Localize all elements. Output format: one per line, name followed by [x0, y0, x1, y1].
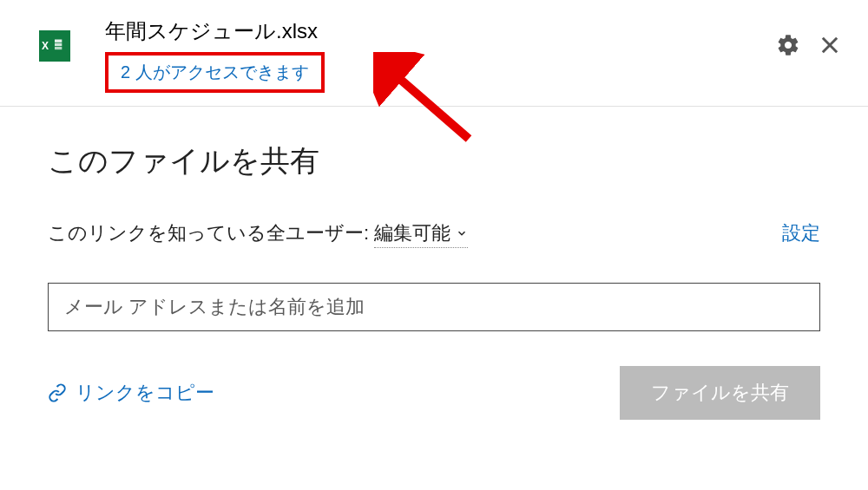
share-button[interactable]: ファイルを共有	[620, 366, 820, 420]
link-permission-text: このリンクを知っている全ユーザー: 編集可能	[48, 220, 468, 248]
excel-file-icon: X	[39, 30, 70, 62]
link-text-prefix: このリンクを知っている全ユーザー:	[48, 222, 374, 244]
permission-label: 編集可能	[374, 220, 450, 246]
access-link[interactable]: 2 人がアクセスできます	[105, 52, 325, 93]
link-chain-icon	[48, 383, 67, 402]
copy-link-label: リンクをコピー	[76, 380, 214, 406]
svg-rect-2	[55, 47, 62, 49]
svg-rect-1	[55, 43, 62, 46]
svg-rect-0	[55, 40, 62, 42]
close-icon[interactable]	[818, 33, 842, 61]
link-permission-row: このリンクを知っている全ユーザー: 編集可能 設定	[48, 220, 820, 248]
excel-icon-letter: X	[42, 40, 49, 52]
email-input[interactable]	[48, 283, 820, 331]
settings-link[interactable]: 設定	[782, 220, 820, 246]
permission-dropdown[interactable]: 編集可能	[374, 220, 468, 248]
file-info: 年間スケジュール.xlsx 2 人がアクセスできます	[105, 17, 776, 93]
header: X 年間スケジュール.xlsx 2 人がアクセスできます	[0, 0, 868, 107]
content: このファイルを共有 このリンクを知っている全ユーザー: 編集可能 設定 リンクを…	[0, 107, 868, 446]
bottom-row: リンクをコピー ファイルを共有	[48, 366, 820, 420]
share-title: このファイルを共有	[48, 141, 820, 181]
gear-icon[interactable]	[776, 33, 800, 61]
chevron-down-icon	[456, 227, 468, 239]
file-name: 年間スケジュール.xlsx	[105, 17, 776, 45]
header-actions	[776, 33, 842, 61]
copy-link[interactable]: リンクをコピー	[48, 380, 214, 406]
